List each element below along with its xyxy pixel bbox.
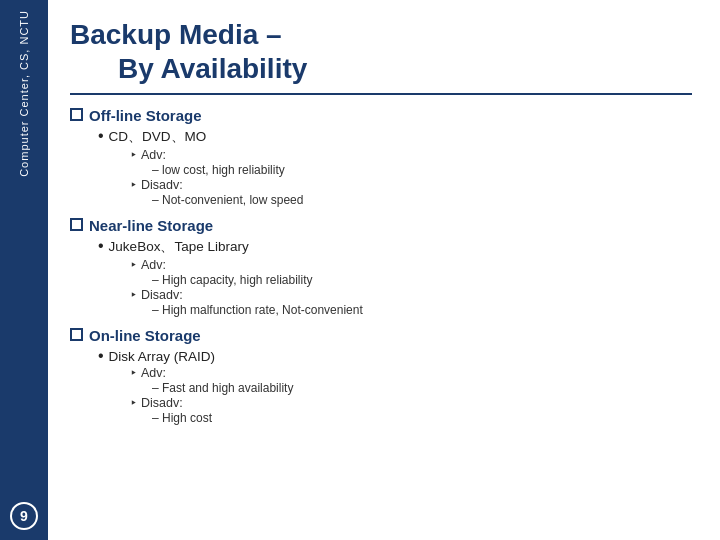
arrow-icon: ‣ [130,396,137,410]
sidebar: Computer Center, CS, NCTU 9 [0,0,48,540]
bullet-jukebox: • JukeBox、Tape Library [98,238,692,256]
title-line1: Backup Media – [70,19,282,50]
arrow-icon: ‣ [130,366,137,380]
bullet-diskarray-label: Disk Array (RAID) [109,349,216,364]
section-title-online: On-line Storage [89,327,201,344]
adv-online-item1: Fast and high availability [152,381,692,395]
arrow-icon: ‣ [130,148,137,162]
bullet-icon-offline [70,108,83,121]
page-number: 9 [10,502,38,530]
adv-nearline: ‣Adv: [130,258,692,272]
bullet-cdvd-label: CD、DVD、MO [109,128,207,146]
page-title: Backup Media – By Availability [70,18,692,85]
section-offline: Off-line Storage • CD、DVD、MO ‣Adv: low c… [70,107,692,207]
section-nearline: Near-line Storage • JukeBox、Tape Library… [70,217,692,317]
section-header-online: On-line Storage [70,327,692,344]
title-section: Backup Media – By Availability [70,18,692,95]
bullet-jukebox-label: JukeBox、Tape Library [109,238,249,256]
disadv-offline: ‣Disadv: [130,178,692,192]
bullet-dot: • [98,348,104,364]
adv-offline: ‣Adv: [130,148,692,162]
section-header-nearline: Near-line Storage [70,217,692,234]
bullet-icon-nearline [70,218,83,231]
main-content: Backup Media – By Availability Off-line … [48,0,720,540]
disadv-nearline-item1: High malfunction rate, Not-convenient [152,303,692,317]
section-title-nearline: Near-line Storage [89,217,213,234]
bullet-icon-online [70,328,83,341]
arrow-icon: ‣ [130,258,137,272]
section-title-offline: Off-line Storage [89,107,202,124]
bullet-dot: • [98,238,104,254]
disadv-online: ‣Disadv: [130,396,692,410]
section-header-offline: Off-line Storage [70,107,692,124]
bullet-diskarray: • Disk Array (RAID) [98,348,692,364]
sidebar-label: Computer Center, CS, NCTU [17,10,31,177]
arrow-icon: ‣ [130,178,137,192]
content-area: Off-line Storage • CD、DVD、MO ‣Adv: low c… [70,107,692,522]
bullet-dot: • [98,128,104,144]
disadv-offline-item1: Not-convenient, low speed [152,193,692,207]
adv-offline-item1: low cost, high reliability [152,163,692,177]
title-line2: By Availability [118,53,307,84]
adv-online: ‣Adv: [130,366,692,380]
disadv-nearline: ‣Disadv: [130,288,692,302]
adv-nearline-item1: High capacity, high reliability [152,273,692,287]
section-online: On-line Storage • Disk Array (RAID) ‣Adv… [70,327,692,425]
disadv-online-item1: High cost [152,411,692,425]
bullet-cdvd: • CD、DVD、MO [98,128,692,146]
arrow-icon: ‣ [130,288,137,302]
